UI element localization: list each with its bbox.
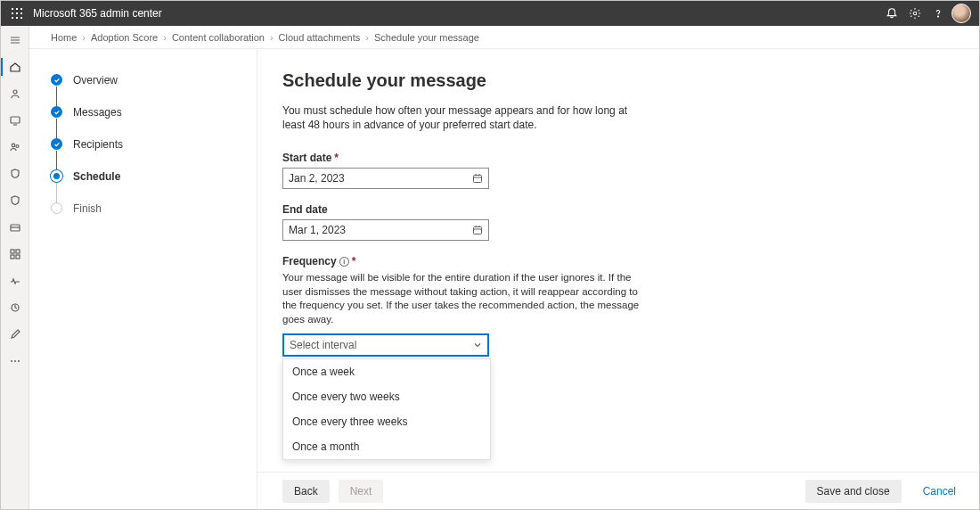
end-date-input[interactable]: Mar 1, 2023 [282,219,489,241]
rail-billing-icon[interactable] [6,218,24,236]
rail-home-icon[interactable] [6,58,24,76]
svg-point-13 [12,144,15,147]
required-marker: * [334,152,339,164]
rail-menu-icon[interactable] [6,31,24,49]
rail-more-icon[interactable] [6,352,24,370]
end-date-label: End date [282,203,328,216]
app-title: Microsoft 365 admin center [33,7,162,20]
svg-rect-4 [16,12,18,14]
svg-rect-5 [20,12,22,14]
help-icon[interactable] [927,3,949,24]
page-description: You must schedule how often your message… [282,103,639,132]
svg-point-9 [913,12,917,15]
step-finish[interactable]: Finish [73,202,102,215]
settings-icon[interactable] [904,3,926,24]
rail-health-icon[interactable] [6,272,24,290]
rail-setup-icon[interactable] [6,299,24,317]
step-todo-icon [51,202,62,214]
start-date-value: Jan 2, 2023 [289,172,345,185]
start-date-input[interactable]: Jan 2, 2023 [282,168,489,189]
rail-shield2-icon[interactable] [6,192,24,210]
svg-rect-19 [16,255,20,259]
step-schedule[interactable]: Schedule [73,170,120,183]
rail-edit-icon[interactable] [6,325,24,343]
svg-rect-8 [20,17,22,19]
svg-point-23 [18,360,20,362]
svg-rect-1 [16,8,18,10]
breadcrumb-item[interactable]: Content collaboration [172,32,265,43]
rail-shield-icon[interactable] [6,165,24,183]
frequency-option[interactable]: Once a month [283,434,490,459]
calendar-icon [472,225,483,235]
svg-rect-6 [12,17,13,19]
frequency-label: Frequency [282,255,337,267]
rail-apps-icon[interactable] [6,245,24,263]
left-rail [1,26,29,509]
svg-point-22 [14,360,16,362]
breadcrumb-item[interactable]: Cloud attachments [279,32,361,43]
frequency-select[interactable]: Select interval Once a week Once every t… [282,333,489,357]
step-done-icon [51,74,62,86]
step-messages[interactable]: Messages [73,106,122,119]
frequency-option[interactable]: Once a week [283,359,490,384]
breadcrumb: Home› Adoption Score› Content collaborat… [29,26,979,49]
save-and-close-button[interactable]: Save and close [805,480,902,503]
page-title: Schedule your message [282,70,979,91]
svg-rect-18 [11,255,14,259]
start-date-label: Start date [282,152,331,164]
svg-rect-7 [16,17,18,19]
info-icon[interactable]: i [339,257,349,267]
svg-point-14 [16,145,19,148]
breadcrumb-item[interactable]: Schedule your message [374,32,479,43]
step-current-icon [51,170,62,182]
wizard-steps: Overview Messages Recipients Schedule [29,49,257,509]
app-launcher-icon[interactable] [8,4,26,22]
end-date-value: Mar 1, 2023 [289,224,346,236]
svg-rect-25 [474,227,482,234]
topbar: Microsoft 365 admin center [1,1,979,26]
cancel-link[interactable]: Cancel [923,485,956,498]
svg-rect-12 [11,117,20,123]
next-button: Next [339,480,384,503]
back-button[interactable]: Back [282,480,330,503]
required-marker: * [352,255,356,267]
svg-point-10 [937,16,938,17]
frequency-help-text: Your message will be visible for the ent… [282,271,648,326]
step-recipients[interactable]: Recipients [73,138,123,151]
calendar-icon [472,173,483,184]
svg-rect-17 [16,250,20,253]
svg-rect-2 [20,8,22,10]
footer: Back Next Save and close Cancel [257,472,979,509]
step-done-icon [51,106,62,118]
frequency-dropdown: Once a week Once every two weeks Once ev… [282,358,491,460]
svg-point-21 [11,360,12,362]
rail-users-icon[interactable] [6,85,24,103]
notifications-icon[interactable] [881,3,902,24]
breadcrumb-item[interactable]: Home [51,32,77,43]
svg-rect-16 [11,250,14,253]
rail-groups-icon[interactable] [6,138,24,156]
frequency-option[interactable]: Once every three weeks [283,409,490,434]
rail-devices-icon[interactable] [6,111,24,129]
svg-rect-0 [12,8,13,10]
chevron-down-icon [473,341,482,350]
svg-rect-3 [12,12,13,14]
account-avatar[interactable] [951,3,972,24]
svg-rect-24 [474,176,482,183]
frequency-placeholder: Select interval [290,339,356,351]
step-overview[interactable]: Overview [73,74,118,86]
step-done-icon [51,138,62,150]
frequency-option[interactable]: Once every two weeks [283,384,490,409]
breadcrumb-item[interactable]: Adoption Score [91,32,158,43]
svg-point-11 [13,90,17,94]
